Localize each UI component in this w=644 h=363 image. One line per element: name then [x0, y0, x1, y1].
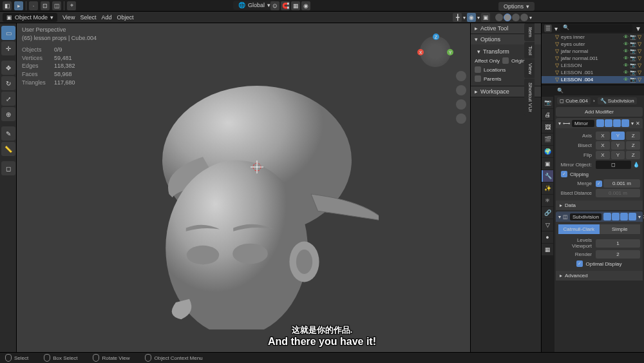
- axis-y-icon[interactable]: Y: [447, 49, 453, 55]
- snap-toggle[interactable]: 🧲: [281, 1, 290, 10]
- shading-rendered[interactable]: [520, 14, 528, 21]
- mirror-name-field[interactable]: Mirror: [572, 120, 594, 127]
- axis-z-btn[interactable]: Z: [626, 132, 640, 140]
- outliner-search[interactable]: 🔍: [560, 25, 632, 32]
- tab-render[interactable]: 📷: [542, 97, 553, 108]
- axis-x-btn[interactable]: X: [596, 132, 610, 140]
- parents-check[interactable]: [475, 75, 481, 82]
- outliner-item[interactable]: ▽ jafar normal.001👁 📷 ▽: [542, 55, 644, 62]
- mod-display-edit[interactable]: [605, 119, 612, 127]
- flip-x[interactable]: X: [596, 151, 610, 159]
- outliner-view-icon[interactable]: ▾: [554, 25, 558, 32]
- merge-check[interactable]: ✓: [596, 181, 602, 187]
- add-modifier-button[interactable]: Add Modifier: [556, 107, 643, 117]
- gizmo-toggle[interactable]: ╋: [453, 13, 462, 22]
- pan-icon[interactable]: [456, 85, 466, 95]
- scale-tool[interactable]: ⤢: [1, 92, 15, 106]
- mod-display-cage[interactable]: [596, 119, 604, 127]
- collapse-icon[interactable]: ▾: [558, 121, 561, 126]
- merge-value[interactable]: 0.001 m: [603, 179, 640, 188]
- outliner-filter-icon[interactable]: ▼: [635, 25, 641, 32]
- tab-mesh[interactable]: ▽: [542, 219, 553, 231]
- proportional-edit[interactable]: ◉: [301, 1, 310, 10]
- collapse-icon[interactable]: ▾: [558, 214, 561, 220]
- subd-menu-icon[interactable]: ▾: [638, 214, 641, 220]
- tab-object[interactable]: ▣: [542, 158, 553, 170]
- add-cube-tool[interactable]: ◻: [1, 161, 15, 175]
- move-tool[interactable]: ✥: [1, 61, 15, 75]
- bisect-dist-value[interactable]: 0.001 m: [596, 189, 640, 197]
- outliner-item[interactable]: ▽ LESSON👁 📷 ▽: [542, 62, 644, 69]
- camera-view-icon[interactable]: [456, 99, 466, 110]
- render-levels[interactable]: 2: [596, 250, 640, 259]
- axis-z-icon[interactable]: Z: [433, 34, 439, 40]
- cursor-tool[interactable]: ✛: [1, 41, 15, 55]
- optimal-display-check[interactable]: ✓: [576, 260, 583, 267]
- tab-item[interactable]: Item: [524, 23, 535, 41]
- select-mode-2[interactable]: ⊡: [41, 1, 50, 10]
- advanced-section-header[interactable]: ▸ Advanced: [556, 271, 643, 280]
- tab-world[interactable]: 🌍: [542, 146, 553, 157]
- tab-constraints[interactable]: 🔗: [542, 207, 553, 219]
- tab-modifiers[interactable]: 🔧: [542, 170, 553, 182]
- tab-shortcut[interactable]: Shortcut VUr: [524, 79, 535, 116]
- outliner-item[interactable]: ▽ jafar normal👁 📷 ▽: [542, 48, 644, 55]
- select-box-tool[interactable]: ▭: [1, 26, 15, 40]
- flip-z[interactable]: Z: [626, 151, 640, 159]
- search-icon[interactable]: 🔍: [557, 88, 564, 93]
- options-dropdown[interactable]: Options ▾: [498, 2, 535, 11]
- subd-display-render[interactable]: [629, 213, 636, 221]
- shading-wireframe[interactable]: [495, 14, 503, 21]
- bisect-z[interactable]: Z: [626, 141, 640, 150]
- breadcrumb-object[interactable]: ◻ Cube.004: [557, 97, 591, 104]
- subdiv-name-field[interactable]: Subdivision: [570, 213, 601, 221]
- tab-particles[interactable]: ✨: [542, 182, 553, 194]
- snap-icon[interactable]: ⌖: [67, 1, 76, 10]
- editor-type-icon[interactable]: ◧: [3, 1, 12, 10]
- tab-tool[interactable]: Tool: [524, 42, 535, 59]
- axis-y-btn[interactable]: Y: [611, 132, 625, 140]
- tab-physics[interactable]: ⚛: [542, 195, 553, 206]
- catmull-clark-btn[interactable]: Catmull-Clark: [558, 224, 600, 234]
- transform-orientation-select[interactable]: 🌐 Global ▾: [233, 1, 276, 10]
- menu-view[interactable]: View: [62, 14, 75, 21]
- annotate-tool[interactable]: ✎: [1, 126, 15, 141]
- bisect-x[interactable]: X: [596, 141, 610, 150]
- flip-y[interactable]: Y: [611, 151, 625, 159]
- navigation-gizmo[interactable]: X Y Z: [420, 36, 452, 68]
- measure-tool[interactable]: 📏: [1, 142, 15, 156]
- mirror-object-field[interactable]: ◻: [596, 161, 631, 169]
- bisect-y[interactable]: Y: [611, 141, 625, 150]
- breadcrumb-modifier[interactable]: 🔧 Subdivision: [598, 97, 637, 104]
- tab-scene[interactable]: 🎬: [542, 133, 553, 145]
- menu-select[interactable]: Select: [80, 14, 96, 21]
- xray-toggle[interactable]: ▣: [481, 13, 490, 22]
- perspective-toggle-icon[interactable]: [456, 113, 466, 124]
- tab-material[interactable]: ●: [542, 231, 553, 243]
- pivot-icon[interactable]: ⊙: [270, 1, 279, 10]
- mode-selector[interactable]: ▣ Object Mode ▾: [3, 13, 57, 22]
- tab-output[interactable]: 🖨: [542, 109, 553, 121]
- subd-display-edit[interactable]: [612, 213, 620, 221]
- shading-solid[interactable]: [504, 14, 511, 21]
- snap-type[interactable]: ▦: [291, 1, 300, 10]
- eyedropper-icon[interactable]: 💧: [632, 162, 640, 168]
- outliner-item[interactable]: ▽ LESSON .004👁 📷 ▽: [542, 76, 644, 83]
- overlays-toggle[interactable]: ◉: [467, 13, 476, 22]
- mod-display-render[interactable]: [621, 119, 629, 127]
- outliner-item[interactable]: ▽ eyes inner👁 📷 ▽: [542, 34, 644, 41]
- subd-display-cage[interactable]: [603, 213, 611, 221]
- axis-x-icon[interactable]: X: [417, 49, 424, 55]
- transform-tool[interactable]: ⊕: [1, 107, 15, 121]
- mesh-object[interactable]: [108, 59, 379, 329]
- mod-close-icon[interactable]: ✕: [636, 121, 640, 126]
- viewport-levels[interactable]: 1: [596, 239, 640, 248]
- clipping-check[interactable]: ✓: [561, 171, 567, 177]
- 3d-viewport[interactable]: User Perspective (65) lesson props | Cub…: [17, 23, 470, 352]
- mod-menu-icon[interactable]: ▾: [631, 121, 634, 126]
- simple-btn[interactable]: Simple: [600, 224, 641, 234]
- shading-material[interactable]: [512, 14, 520, 21]
- select-mode-3[interactable]: ◫: [52, 1, 61, 10]
- cursor-tool-icon[interactable]: ▸: [14, 1, 23, 10]
- subd-display-viewport[interactable]: [620, 213, 628, 221]
